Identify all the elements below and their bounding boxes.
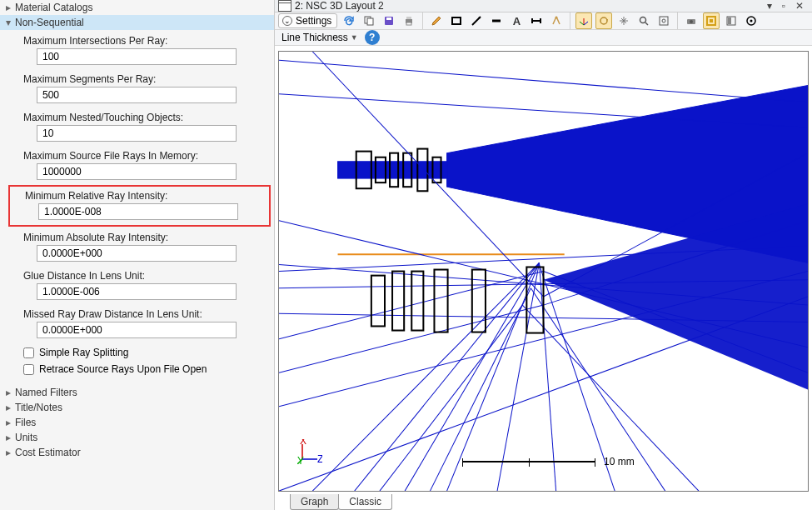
svg-text:X: X bbox=[300, 439, 306, 447]
glue-distance-input[interactable] bbox=[37, 283, 237, 300]
rectangle-tool[interactable] bbox=[448, 12, 465, 29]
text-tool[interactable]: A bbox=[508, 12, 525, 29]
svg-text:Z: Z bbox=[317, 453, 322, 464]
layout-viewport[interactable]: X Y Z 10 mm bbox=[278, 51, 809, 492]
maximize-button[interactable]: ▫ bbox=[777, 0, 790, 12]
line-icon bbox=[491, 15, 502, 27]
max-source-rays-input[interactable] bbox=[37, 163, 237, 180]
dimension-tool[interactable] bbox=[528, 12, 545, 29]
min-rel-intensity-input[interactable] bbox=[38, 203, 238, 220]
shaded-view[interactable] bbox=[723, 12, 740, 29]
toolbar-secondary: Line Thickness ▼ ? bbox=[275, 30, 812, 46]
scale-bar-label: 10 mm bbox=[604, 456, 635, 468]
camera-tool[interactable] bbox=[683, 12, 700, 29]
tab-graph[interactable]: Graph bbox=[290, 494, 339, 510]
svg-point-29 bbox=[750, 20, 753, 22]
svg-line-32 bbox=[279, 60, 808, 102]
section-non-sequential[interactable]: ▾ Non-Sequential bbox=[0, 15, 274, 30]
layout-window: 2: NSC 3D Layout 2 ▾ ▫ ✕ ⌄ Settings bbox=[275, 0, 812, 510]
fit-tool[interactable] bbox=[655, 12, 672, 29]
svg-rect-25 bbox=[710, 19, 713, 22]
missed-ray-dist-input[interactable] bbox=[37, 322, 237, 338]
viewport-container: X Y Z 10 mm Graph Classic bbox=[275, 46, 812, 510]
max-intersections-input[interactable] bbox=[37, 48, 237, 65]
help-button[interactable]: ? bbox=[365, 30, 380, 45]
save-icon bbox=[383, 15, 395, 27]
section-label: Material Catalogs bbox=[13, 2, 92, 13]
wireframe-view[interactable] bbox=[703, 12, 720, 29]
copy-button[interactable] bbox=[361, 12, 377, 29]
chevron-down-icon: ▼ bbox=[351, 33, 358, 42]
check-simple-ray-splitting[interactable]: Simple Ray Splitting bbox=[23, 347, 266, 358]
pan-tool[interactable] bbox=[615, 12, 632, 29]
section-named-filters[interactable]: ▸ Named Filters bbox=[0, 385, 274, 400]
refresh-button[interactable] bbox=[341, 12, 357, 29]
section-cost-estimator[interactable]: ▸ Cost Estimator bbox=[0, 445, 274, 460]
checkbox-label: Retrace Source Rays Upon File Open bbox=[39, 363, 207, 375]
check-retrace-source-rays[interactable]: Retrace Source Rays Upon File Open bbox=[23, 363, 266, 375]
non-sequential-body: Maximum Intersections Per Ray: Maximum S… bbox=[0, 30, 274, 385]
tab-classic[interactable]: Classic bbox=[338, 494, 392, 510]
settings-label: Settings bbox=[296, 15, 331, 27]
min-abs-intensity-input[interactable] bbox=[37, 245, 237, 262]
print-button[interactable] bbox=[401, 12, 417, 29]
rotate-tool[interactable] bbox=[595, 12, 612, 29]
properties-panel: ▸ Material Catalogs ▾ Non-Sequential Max… bbox=[0, 0, 275, 510]
caret-right-icon: ▸ bbox=[3, 402, 13, 413]
field-max-segments: Maximum Segments Per Ray: bbox=[23, 73, 266, 103]
dimension-icon bbox=[531, 15, 542, 27]
max-nested-input[interactable] bbox=[37, 125, 237, 142]
refresh-icon bbox=[343, 15, 355, 27]
help-icon: ? bbox=[369, 32, 375, 43]
section-material-catalogs[interactable]: ▸ Material Catalogs bbox=[0, 0, 274, 15]
pencil-tool[interactable] bbox=[428, 12, 445, 29]
window-number: 2: bbox=[295, 0, 303, 12]
retrace-checkbox[interactable] bbox=[23, 364, 34, 375]
svg-line-15 bbox=[580, 22, 584, 25]
save-button[interactable] bbox=[381, 12, 397, 29]
field-glue-distance: Glue Distance In Lens Unit: bbox=[23, 270, 266, 300]
ray-diagram bbox=[279, 52, 808, 491]
section-units[interactable]: ▸ Units bbox=[0, 430, 274, 445]
pan-icon bbox=[618, 15, 630, 27]
svg-rect-5 bbox=[406, 17, 411, 19]
svg-rect-6 bbox=[406, 22, 411, 25]
shaded-icon bbox=[725, 15, 737, 27]
window-titlebar[interactable]: 2: NSC 3D Layout 2 ▾ ▫ ✕ bbox=[275, 0, 812, 12]
svg-rect-7 bbox=[452, 18, 461, 24]
field-max-source-rays: Maximum Source File Rays In Memory: bbox=[23, 150, 266, 180]
svg-rect-66 bbox=[371, 276, 385, 327]
pencil-icon bbox=[431, 15, 442, 27]
caret-right-icon: ▸ bbox=[3, 417, 13, 428]
section-label: Non-Sequential bbox=[13, 17, 84, 28]
camera-icon bbox=[685, 15, 697, 27]
minimize-button[interactable]: ▾ bbox=[762, 0, 777, 12]
section-label: Units bbox=[13, 432, 37, 443]
close-button[interactable]: ✕ bbox=[790, 0, 809, 12]
section-label: Named Filters bbox=[13, 387, 77, 398]
rotate-icon bbox=[598, 15, 610, 27]
toolbar-separator bbox=[570, 12, 570, 29]
scale-bar: 10 mm bbox=[462, 456, 635, 468]
axes-toggle[interactable] bbox=[575, 12, 592, 29]
field-missed-ray-dist: Missed Ray Draw Distance In Lens Unit: bbox=[23, 308, 266, 338]
field-label: Maximum Nested/Touching Objects: bbox=[23, 112, 266, 123]
settings-dropdown[interactable]: ⌄ Settings bbox=[278, 13, 337, 28]
max-segments-input[interactable] bbox=[37, 87, 237, 103]
caret-right-icon: ▸ bbox=[3, 432, 13, 443]
section-title-notes[interactable]: ▸ Title/Notes bbox=[0, 400, 274, 415]
section-files[interactable]: ▸ Files bbox=[0, 415, 274, 430]
target-tool[interactable] bbox=[743, 12, 760, 29]
svg-rect-1 bbox=[367, 18, 373, 25]
svg-rect-20 bbox=[660, 17, 668, 25]
zoom-tool[interactable] bbox=[635, 12, 652, 29]
line-tool[interactable] bbox=[488, 12, 505, 29]
svg-rect-27 bbox=[728, 18, 731, 24]
section-label: Files bbox=[13, 417, 36, 428]
rectangle-icon bbox=[451, 15, 462, 27]
simple-splitting-checkbox[interactable] bbox=[23, 348, 34, 358]
line-thickness-dropdown[interactable]: Line Thickness ▼ bbox=[280, 30, 360, 45]
arrow-tool[interactable] bbox=[468, 12, 485, 29]
toolbar-main: ⌄ Settings A bbox=[275, 12, 812, 30]
compass-tool[interactable] bbox=[548, 12, 565, 29]
